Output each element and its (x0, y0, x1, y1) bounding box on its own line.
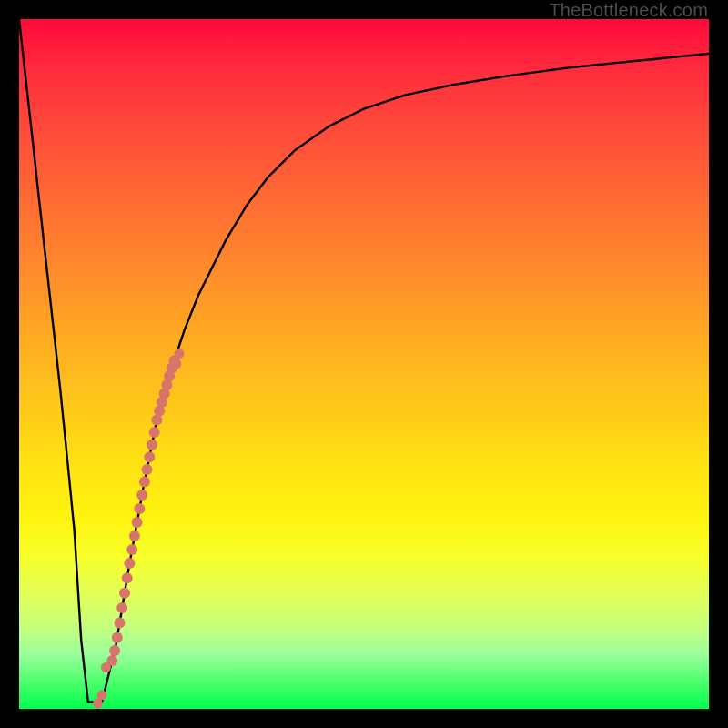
data-point (149, 427, 160, 438)
bottleneck-curve (19, 19, 709, 702)
data-point (119, 588, 130, 599)
data-point (109, 645, 120, 656)
data-point (115, 617, 126, 628)
data-point (101, 662, 111, 672)
data-point (142, 464, 153, 475)
plot-area (19, 19, 709, 709)
data-point (132, 517, 143, 528)
data-point (112, 632, 123, 643)
data-point (129, 531, 140, 541)
data-point (116, 602, 127, 613)
data-point (147, 440, 157, 450)
data-point (174, 349, 184, 359)
data-point (134, 503, 145, 514)
data-point (136, 490, 147, 500)
chart-frame: TheBottleneck.com (0, 0, 728, 728)
data-point (171, 359, 181, 369)
watermark-text: TheBottleneck.com (549, 0, 708, 21)
data-point (93, 698, 103, 708)
data-point (144, 451, 155, 462)
curve-layer (19, 19, 709, 709)
data-point (139, 477, 150, 488)
data-point (124, 558, 135, 569)
data-point (122, 572, 133, 583)
data-point (126, 544, 137, 555)
